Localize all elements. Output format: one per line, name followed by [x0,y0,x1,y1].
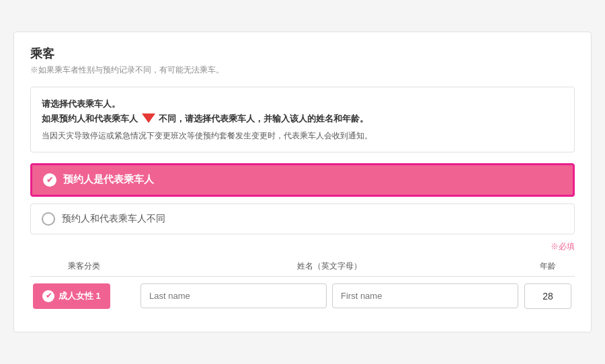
option-unselected-label: 预约人和代表乘车人不同 [62,213,165,225]
option-selected[interactable]: 预约人是代表乘车人 [30,163,575,197]
check-icon [42,290,54,302]
option-selected-label: 预约人是代表乘车人 [63,173,154,186]
passenger-type-label: 成人女性 1 [58,290,101,302]
info-bold-line2-suffix: 不同，请选择代表乘车人，并输入该人的姓名和年龄。 [159,113,368,124]
name-inputs [140,283,518,308]
radio-unchecked-icon [42,212,55,226]
option-unselected[interactable]: 预约人和代表乘车人不同 [30,203,575,234]
section-title: 乘客 [30,46,575,62]
radio-checked-icon [43,173,56,187]
arrow-down-icon [142,113,155,123]
required-note: ※必填 [30,241,575,253]
col-name: 姓名（英文字母） [138,257,521,277]
info-box: 请选择代表乘车人。 如果预约人和代表乘车人 不同，请选择代表乘车人，并输入该人的… [30,87,575,152]
col-passenger-type: 乘客分类 [30,257,138,277]
table-row: 成人女性 1 [30,276,575,316]
age-input[interactable] [524,283,571,309]
section-note: ※如果乘车者性别与预约记录不同，有可能无法乘车。 [30,64,575,76]
col-age: 年龄 [521,257,575,277]
info-normal: 当因天灾导致停运或紧急情况下变更班次等使预约套餐发生变更时，代表乘车人会收到通知… [42,130,563,142]
info-bold-line2-prefix: 如果预约人和代表乘车人 [42,113,138,124]
last-name-input[interactable] [140,283,327,308]
passenger-type-button[interactable]: 成人女性 1 [33,283,110,309]
passenger-table: 乘客分类 姓名（英文字母） 年龄 成人女性 1 [30,257,575,316]
passenger-section: 乘客 ※如果乘车者性别与预约记录不同，有可能无法乘车。 请选择代表乘车人。 如果… [13,32,592,332]
info-bold: 请选择代表乘车人。 如果预约人和代表乘车人 不同，请选择代表乘车人，并输入该人的… [42,97,563,126]
first-name-input[interactable] [332,283,518,308]
